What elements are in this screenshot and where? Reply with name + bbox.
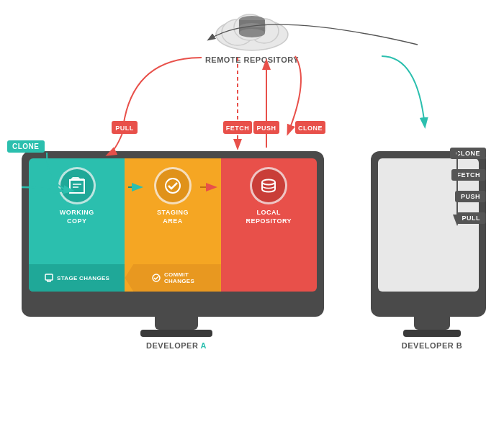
stage-icon [44, 273, 54, 283]
local-repo-label: LOCALREPOSITORY [246, 209, 292, 225]
svg-rect-18 [253, 121, 279, 134]
diagram-container: REMOTE REPOSITORY WORKINGCOPY [0, 0, 504, 424]
svg-rect-13 [112, 121, 138, 134]
stage-changes-bar: STAGE CHANGES [29, 264, 125, 292]
dev-a-label: DEVELOPER A [22, 341, 331, 350]
staging-area-label: STAGINGAREA [157, 209, 189, 225]
remote-repo: REMOTE REPOSITORY [205, 7, 299, 64]
svg-point-10 [166, 179, 180, 193]
svg-text:PULL: PULL [115, 125, 134, 132]
svg-point-8 [239, 29, 265, 37]
pull-b-badge: PULL [456, 212, 487, 224]
dev-b-container: DEVELOPER B [371, 151, 493, 350]
local-repo-icon [250, 167, 287, 204]
monitor-b-stand [414, 317, 450, 330]
svg-rect-9 [45, 274, 53, 280]
fetch-b-badge: FETCH [451, 169, 487, 181]
clone-left-badge: CLONE [7, 140, 45, 153]
dev-a-container: WORKINGCOPY STAGE CHANGES [22, 151, 331, 350]
dev-b-label: DEVELOPER B [371, 341, 493, 350]
svg-point-12 [262, 180, 275, 185]
working-copy-label: WORKINGCOPY [60, 209, 94, 225]
monitor-b-base [403, 330, 461, 337]
monitor-a-stand [155, 317, 198, 330]
cloud-icon [212, 7, 292, 54]
staging-area-icon [154, 167, 192, 204]
section-staging: STAGINGAREA COMMITCHANGES [125, 158, 220, 292]
dev-b-highlight: B [456, 341, 462, 350]
commit-changes-bar: COMMITCHANGES [125, 264, 220, 292]
monitor-a-base [140, 330, 212, 337]
monitor-screen-a: WORKINGCOPY STAGE CHANGES [29, 158, 317, 292]
dev-a-highlight: A [201, 341, 207, 350]
working-copy-icon [58, 167, 96, 204]
commit-changes-label: COMMITCHANGES [164, 271, 194, 284]
stage-changes-label: STAGE CHANGES [57, 275, 109, 281]
commit-icon [151, 273, 161, 283]
svg-text:CLONE: CLONE [298, 125, 323, 132]
svg-text:PUSH: PUSH [256, 125, 276, 132]
section-local: LOCALREPOSITORY [221, 158, 317, 292]
svg-rect-20 [295, 121, 325, 134]
push-b-badge: PUSH [455, 191, 486, 202]
monitor-a: WORKINGCOPY STAGE CHANGES [22, 151, 324, 317]
section-working: WORKINGCOPY STAGE CHANGES [29, 158, 125, 292]
clone-b-badge: CLONE [450, 148, 486, 159]
svg-text:FETCH: FETCH [226, 125, 250, 132]
remote-repo-label: REMOTE REPOSITORY [205, 55, 299, 64]
svg-rect-16 [223, 121, 252, 134]
